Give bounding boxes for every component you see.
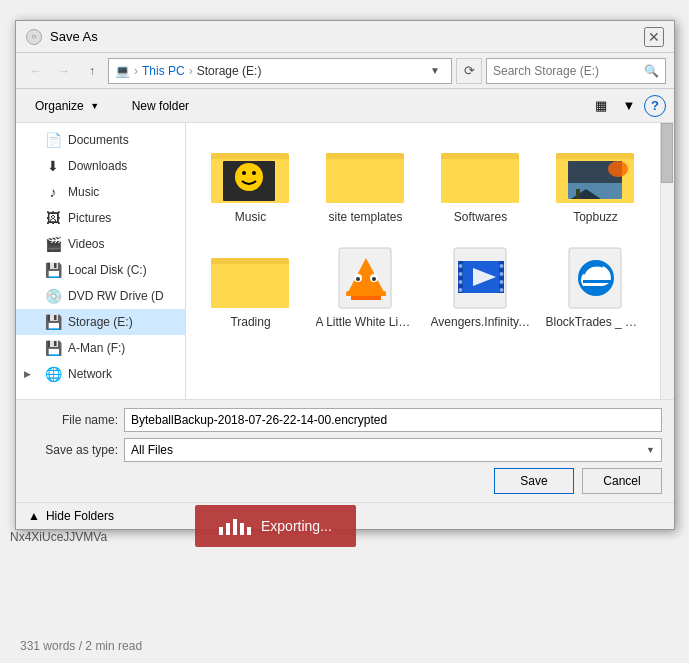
file-label-topbuzz: Topbuzz	[573, 210, 618, 224]
forward-button[interactable]: →	[52, 59, 76, 83]
savetype-row: Save as type: All Files ▼	[28, 438, 662, 462]
breadcrumb-thispc[interactable]: This PC	[142, 64, 185, 78]
svg-rect-20	[576, 189, 580, 199]
file-item-music[interactable]: Music	[198, 135, 303, 230]
loading-bars	[219, 517, 251, 535]
sidebar-item-videos[interactable]: 🎬 Videos	[16, 231, 185, 257]
sidebar-item-dvd-drive[interactable]: 💿 DVD RW Drive (D	[16, 283, 185, 309]
sidebar-item-pictures[interactable]: 🖼 Pictures	[16, 205, 185, 231]
hide-folders-icon: ▲	[28, 509, 40, 523]
sidebar-item-documents[interactable]: 📄 Documents	[16, 127, 185, 153]
svg-point-18	[608, 161, 628, 177]
sidebar-item-network[interactable]: ▶ 🌐 Network	[16, 361, 185, 387]
sidebar-label-storage: Storage (E:)	[68, 315, 133, 329]
sidebar-label-dvd-drive: DVD RW Drive (D	[68, 289, 164, 303]
file-item-site-templates[interactable]: site templates	[313, 135, 418, 230]
videos-icon: 🎬	[44, 236, 62, 252]
file-item-vlc[interactable]: A Little White Lie - Number One ...	[313, 240, 418, 335]
savetype-select[interactable]: All Files ▼	[124, 438, 662, 462]
sidebar-label-documents: Documents	[68, 133, 129, 147]
savetype-label: Save as type:	[28, 443, 118, 457]
breadcrumb-sep2: ›	[189, 64, 193, 78]
dialog-icon: ○	[26, 29, 42, 45]
file-label-music: Music	[235, 210, 266, 224]
close-button[interactable]: ✕	[644, 27, 664, 47]
svg-point-36	[458, 264, 462, 268]
sidebar-item-aman[interactable]: 💾 A-Man (F:)	[16, 335, 185, 361]
file-area: Music site templates	[186, 123, 660, 399]
sidebar-label-music: Music	[68, 185, 99, 199]
savetype-value: All Files	[131, 443, 173, 457]
nav-bar: ← → ↑ 💻 › This PC › Storage (E:) ▼ ⟳ 🔍	[16, 53, 674, 89]
sidebar-label-pictures: Pictures	[68, 211, 111, 225]
bottom-area: File name: Save as type: All Files ▼ Sav…	[16, 399, 674, 502]
exporting-label: Exporting...	[261, 518, 332, 534]
savetype-dropdown-icon: ▼	[646, 445, 655, 455]
save-button[interactable]: Save	[494, 468, 574, 494]
file-item-softwares[interactable]: Softwares	[428, 135, 533, 230]
pictures-icon: 🖼	[44, 210, 62, 226]
file-icon-avengers	[441, 246, 521, 311]
svg-point-41	[499, 264, 503, 268]
organize-dropdown-icon: ▼	[88, 99, 102, 113]
view-toggle-button[interactable]: ▦	[588, 93, 614, 119]
sidebar-label-downloads: Downloads	[68, 159, 127, 173]
cancel-button[interactable]: Cancel	[582, 468, 662, 494]
save-as-dialog: ○ Save As ✕ ← → ↑ 💻 › This PC › Storage …	[15, 20, 675, 530]
sidebar-item-music[interactable]: ♪ Music	[16, 179, 185, 205]
filename-label: File name:	[28, 413, 118, 427]
svg-point-39	[458, 288, 462, 292]
filename-input[interactable]	[124, 408, 662, 432]
svg-point-38	[458, 280, 462, 284]
new-folder-button[interactable]: New folder	[121, 93, 200, 119]
downloads-icon: ⬇	[44, 158, 62, 174]
file-item-blocktrades[interactable]: BlockTrades _ Cryptocurrency Exchange.ht…	[543, 240, 648, 335]
up-button[interactable]: ↑	[80, 59, 104, 83]
bar-1	[219, 527, 223, 535]
help-button[interactable]: ?	[644, 95, 666, 117]
sidebar-item-downloads[interactable]: ⬇ Downloads	[16, 153, 185, 179]
svg-point-43	[499, 280, 503, 284]
toolbar: Organize ▼ New folder ▦ ▼ ?	[16, 89, 674, 123]
dialog-title: Save As	[50, 29, 644, 44]
bar-5	[247, 527, 251, 535]
view-dropdown-button[interactable]: ▼	[616, 93, 642, 119]
file-label-trading: Trading	[230, 315, 270, 329]
folder-icon-topbuzz	[556, 141, 636, 206]
sidebar-label-aman: A-Man (F:)	[68, 341, 125, 355]
folder-icon-site-templates	[326, 141, 406, 206]
file-item-trading[interactable]: Trading	[198, 240, 303, 335]
bar-2	[226, 523, 230, 535]
sidebar-item-local-disk[interactable]: 💾 Local Disk (C:)	[16, 257, 185, 283]
search-icon: 🔍	[644, 64, 659, 78]
file-item-topbuzz[interactable]: Topbuzz	[543, 135, 648, 230]
svg-point-31	[372, 277, 376, 281]
svg-point-4	[235, 163, 263, 191]
music-icon: ♪	[44, 184, 62, 200]
organize-button[interactable]: Organize ▼	[24, 93, 113, 119]
local-disk-icon: 💾	[44, 262, 62, 278]
sidebar-item-storage[interactable]: 💾 Storage (E:)	[16, 309, 185, 335]
folder-icon-trading	[211, 246, 291, 311]
scrollbar[interactable]	[660, 123, 674, 399]
new-folder-label: New folder	[132, 99, 189, 113]
search-input[interactable]	[493, 64, 644, 78]
sidebar-label-videos: Videos	[68, 237, 104, 251]
folder-icon-music	[211, 141, 291, 206]
svg-point-42	[499, 272, 503, 276]
svg-rect-23	[211, 264, 289, 308]
bg-code: Nx4XiUceJJVMVa	[10, 530, 107, 544]
folder-icon-softwares	[441, 141, 521, 206]
refresh-button[interactable]: ⟳	[456, 58, 482, 84]
sidebar-label-network: Network	[68, 367, 112, 381]
sidebar-label-local-disk: Local Disk (C:)	[68, 263, 147, 277]
file-grid: Music site templates	[194, 131, 652, 339]
file-item-avengers[interactable]: Avengers.Infinity.War.2018.HDTS.@Qualit …	[428, 240, 533, 335]
breadcrumb-dropdown-button[interactable]: ▼	[425, 61, 445, 81]
scrollbar-thumb[interactable]	[661, 123, 673, 183]
file-label-site-templates: site templates	[328, 210, 402, 224]
file-label-blocktrades: BlockTrades _ Cryptocurrency Exchange.ht…	[546, 315, 646, 329]
title-bar: ○ Save As ✕	[16, 21, 674, 53]
bar-3	[233, 519, 237, 535]
back-button[interactable]: ←	[24, 59, 48, 83]
